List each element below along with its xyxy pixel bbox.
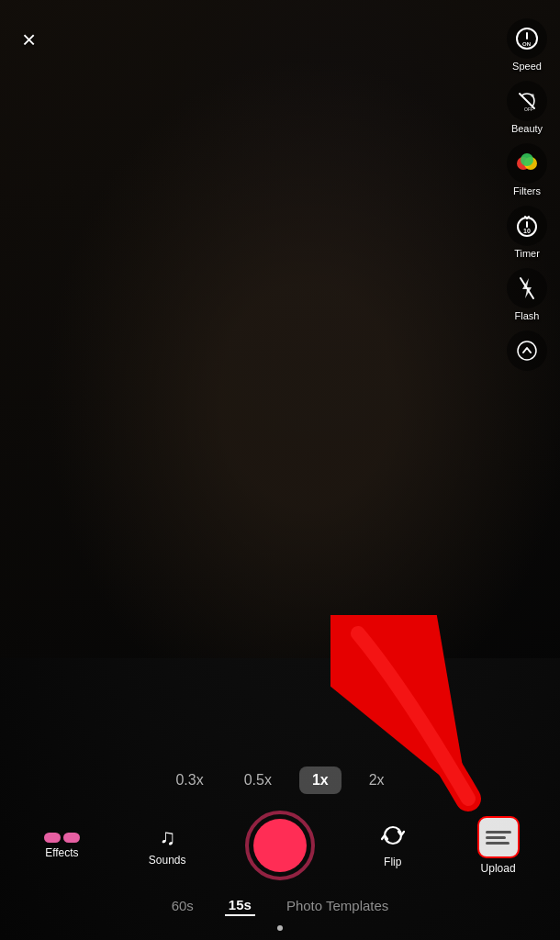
effects-icon [44, 833, 80, 843]
sounds-icon: ♫ [159, 824, 175, 850]
duration-tabs: 60s 15s Photo Templates [0, 888, 560, 920]
upload-label: Upload [481, 862, 516, 875]
svg-text:ON: ON [522, 41, 531, 47]
speed-icon: ON [507, 18, 547, 59]
svg-line-10 [527, 217, 529, 218]
duration-15s[interactable]: 15s [225, 895, 255, 916]
filters-icon [507, 143, 547, 184]
speed-03x[interactable]: 0.3x [162, 767, 216, 794]
svg-point-15 [518, 341, 536, 360]
record-inner [253, 819, 307, 872]
beauty-tool[interactable]: OFF Beauty [507, 81, 547, 134]
flip-label: Flip [384, 856, 401, 868]
upload-icon [477, 816, 520, 858]
svg-point-3 [531, 94, 534, 97]
speed-2x[interactable]: 2x [356, 767, 398, 794]
svg-point-7 [521, 153, 533, 166]
flip-icon [380, 822, 406, 852]
beauty-icon: OFF [507, 81, 547, 121]
scroll-dot [277, 925, 283, 931]
record-button[interactable] [245, 811, 315, 880]
speed-05x[interactable]: 0.5x [231, 767, 285, 794]
flash-icon [507, 268, 547, 308]
timer-label: Timer [514, 248, 540, 259]
filters-tool[interactable]: Filters [507, 143, 547, 196]
beauty-label: Beauty [511, 123, 543, 134]
timer-icon: 10 [507, 206, 547, 246]
flash-label: Flash [515, 310, 540, 321]
flash-tool[interactable]: Flash [507, 268, 547, 321]
duration-60s[interactable]: 60s [168, 896, 197, 915]
timer-tool[interactable]: 10 Timer [507, 206, 547, 259]
upload-button[interactable]: Upload [471, 816, 526, 875]
bottom-toolbar: Effects ♫ Sounds Flip [0, 801, 560, 888]
duration-photo-templates[interactable]: Photo Templates [283, 896, 392, 915]
speed-tool[interactable]: ON Speed [507, 18, 547, 72]
speed-label: Speed [512, 61, 542, 72]
svg-text:OFF: OFF [524, 106, 533, 112]
sounds-button[interactable]: ♫ Sounds [140, 824, 195, 867]
close-button[interactable]: × [22, 26, 36, 54]
speed-1x[interactable]: 1x [299, 767, 342, 794]
right-toolbar: ON Speed OFF Beauty Filters [507, 18, 547, 376]
more-tool[interactable] [507, 330, 547, 371]
effects-button[interactable]: Effects [34, 833, 89, 859]
svg-line-14 [521, 278, 533, 298]
chevron-up-icon [507, 330, 547, 371]
camera-silhouette [0, 0, 560, 658]
effects-label: Effects [45, 846, 78, 859]
svg-text:10: 10 [523, 228, 531, 234]
bottom-dot-indicator [0, 920, 560, 940]
bottom-section: 0.3x 0.5x 1x 2x Effects ♫ Sounds [0, 757, 560, 940]
flip-button[interactable]: Flip [365, 822, 420, 868]
filters-label: Filters [513, 185, 541, 196]
sounds-label: Sounds [149, 854, 186, 867]
speed-selector: 0.3x 0.5x 1x 2x [0, 757, 560, 801]
